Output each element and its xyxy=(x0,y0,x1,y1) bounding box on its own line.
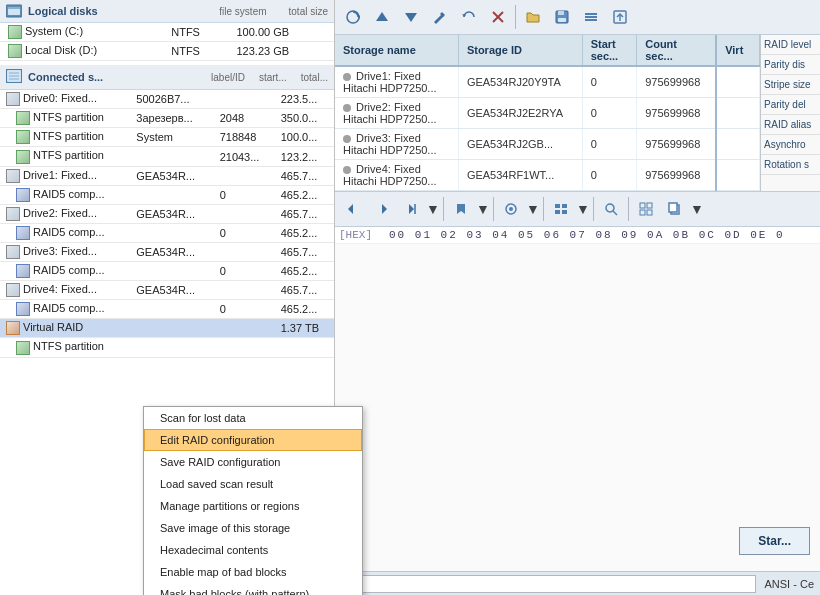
drive-row[interactable]: Drive2: Fixed Hitachi HDP7250... GEA534R… xyxy=(335,98,760,129)
bottom-sep1 xyxy=(443,197,444,221)
raid-icon xyxy=(16,264,30,278)
grid-button[interactable] xyxy=(632,195,660,223)
mask-bad-blocks-item[interactable]: Mask bad blocks (with pattern) xyxy=(144,583,362,595)
search-button[interactable] xyxy=(597,195,625,223)
cancel-button[interactable] xyxy=(484,3,512,31)
logical-disk-row[interactable]: System (C:) NTFS 100.00 GB xyxy=(0,23,334,42)
storage-row[interactable]: NTFS partition System 718848 100.0... xyxy=(0,128,334,147)
svg-line-34 xyxy=(613,211,617,215)
refresh-button[interactable] xyxy=(339,3,367,31)
layers-button[interactable] xyxy=(577,3,605,31)
stripe-size-prop: Stripe size xyxy=(761,75,820,95)
edit-raid-config-item[interactable]: Edit RAID configuration xyxy=(144,429,362,451)
storage-section: Storage name Storage ID Start sec... Cou… xyxy=(335,35,820,191)
goto-dropdown[interactable]: ▼ xyxy=(526,195,540,223)
virtual-raid-row[interactable]: Virtual RAID 1.37 TB xyxy=(0,319,334,338)
down-button[interactable] xyxy=(397,3,425,31)
bottom-sep4 xyxy=(593,197,594,221)
rotation-prop: Rotation s xyxy=(761,155,820,175)
skip-button[interactable] xyxy=(397,195,425,223)
raid-icon xyxy=(16,226,30,240)
logical-disks-header: Logical disks file system total size xyxy=(0,0,334,23)
svg-rect-2 xyxy=(8,7,20,9)
save-button[interactable] xyxy=(548,3,576,31)
storage-row[interactable]: RAID5 comp... 0 465.2... xyxy=(0,300,334,319)
storage-row[interactable]: RAID5 comp... 0 465.2... xyxy=(0,262,334,281)
context-menu: Scan for lost data Edit RAID configurati… xyxy=(143,406,363,595)
toolbar-sep xyxy=(515,5,516,29)
bottom-sep2 xyxy=(493,197,494,221)
hex-row: [HEX] 00 01 02 03 04 05 06 07 08 09 0A 0… xyxy=(335,227,820,244)
storage-row[interactable]: NTFS partition xyxy=(0,338,334,357)
svg-rect-36 xyxy=(647,203,652,208)
back-button[interactable] xyxy=(339,195,367,223)
svg-rect-19 xyxy=(585,16,597,18)
storage-name-col: Storage name xyxy=(335,35,458,66)
storage-row[interactable]: Drive3: Fixed... GEA534R... 465.7... xyxy=(0,242,334,261)
drive-row[interactable]: Drive4: Fixed Hitachi HDP7250... GEA534R… xyxy=(335,160,760,191)
hdd-icon xyxy=(6,92,20,106)
svg-rect-32 xyxy=(562,210,567,214)
storage-row[interactable]: Drive4: Fixed... GEA534R... 465.7... xyxy=(0,281,334,300)
open-button[interactable] xyxy=(519,3,547,31)
view-toggle[interactable] xyxy=(547,195,575,223)
svg-rect-35 xyxy=(640,203,645,208)
storage-row[interactable]: NTFS partition 3арезерв... 2048 350.0... xyxy=(0,109,334,128)
storage-row[interactable]: Drive2: Fixed... GEA534R... 465.7... xyxy=(0,204,334,223)
virt-col-header: Virt xyxy=(716,35,759,66)
up-button[interactable] xyxy=(368,3,396,31)
hex-content-area[interactable] xyxy=(335,244,820,571)
hdd-icon xyxy=(6,283,20,297)
svg-rect-16 xyxy=(558,11,564,15)
start-button[interactable]: Star... xyxy=(739,527,810,555)
view-dropdown[interactable]: ▼ xyxy=(576,195,590,223)
load-scan-result-item[interactable]: Load saved scan result xyxy=(144,473,362,495)
logical-disks-icon xyxy=(6,4,22,18)
connected-storages-table: Drive0: Fixed... 50026B7... 223.5... NTF… xyxy=(0,90,334,357)
partition-icon xyxy=(16,150,30,164)
partition-icon xyxy=(8,25,22,39)
export-button[interactable] xyxy=(606,3,634,31)
copy-button[interactable] xyxy=(661,195,689,223)
save-image-item[interactable]: Save image of this storage xyxy=(144,517,362,539)
scan-lost-data-item[interactable]: Scan for lost data xyxy=(144,407,362,429)
logical-disk-row[interactable]: Local Disk (D:) NTFS 123.23 GB xyxy=(0,42,334,61)
forward-button[interactable] xyxy=(368,195,396,223)
drive-row[interactable]: Drive3: Fixed Hitachi HDP7250... GEA534R… xyxy=(335,129,760,160)
connected-icon xyxy=(6,69,22,85)
partition-icon xyxy=(16,341,30,355)
storage-row[interactable]: NTFS partition 21043... 123.2... xyxy=(0,147,334,166)
fs-col-header: file system xyxy=(219,6,266,17)
enable-bad-blocks-item[interactable]: Enable map of bad blocks xyxy=(144,561,362,583)
manage-partitions-item[interactable]: Manage partitions or regions xyxy=(144,495,362,517)
svg-marker-11 xyxy=(405,13,417,22)
bookmark-dropdown[interactable]: ▼ xyxy=(476,195,490,223)
svg-rect-20 xyxy=(585,19,597,21)
hex-contents-item[interactable]: Hexadecimal contents xyxy=(144,539,362,561)
storage-row[interactable]: RAID5 comp... 0 465.2... xyxy=(0,185,334,204)
bookmark-button[interactable] xyxy=(447,195,475,223)
storage-row[interactable]: RAID5 comp... 0 465.2... xyxy=(0,223,334,242)
copy-dropdown[interactable]: ▼ xyxy=(690,195,704,223)
drive-row[interactable]: Drive1: Fixed Hitachi HDP7250... GEA534R… xyxy=(335,66,760,98)
edit-button[interactable] xyxy=(426,3,454,31)
connected-storages-header: Connected s... label/ID start... total..… xyxy=(0,65,334,90)
drive-indicator xyxy=(343,135,351,143)
drive-indicator xyxy=(343,166,351,174)
hex-area: [HEX] 00 01 02 03 04 05 06 07 08 09 0A 0… xyxy=(335,227,820,571)
svg-point-28 xyxy=(509,207,513,211)
storage-row[interactable]: Drive1: Fixed... GEA534R... 465.7... xyxy=(0,166,334,185)
hex-input[interactable] xyxy=(341,575,756,593)
hdd-icon xyxy=(6,169,20,183)
logical-disks-table: System (C:) NTFS 100.00 GB Local Disk (D… xyxy=(0,23,334,61)
svg-marker-25 xyxy=(409,204,414,214)
save-raid-config-item[interactable]: Save RAID configuration xyxy=(144,451,362,473)
ansi-label: ANSI - Ce xyxy=(764,578,814,590)
storage-row[interactable]: Drive0: Fixed... 50026B7... 223.5... xyxy=(0,90,334,109)
skip-dropdown[interactable]: ▼ xyxy=(426,195,440,223)
undo-button[interactable] xyxy=(455,3,483,31)
svg-marker-23 xyxy=(348,204,353,214)
partition-icon xyxy=(16,130,30,144)
goto-button[interactable] xyxy=(497,195,525,223)
properties-column: RAID level Parity dis Stripe size Parity… xyxy=(760,35,820,191)
